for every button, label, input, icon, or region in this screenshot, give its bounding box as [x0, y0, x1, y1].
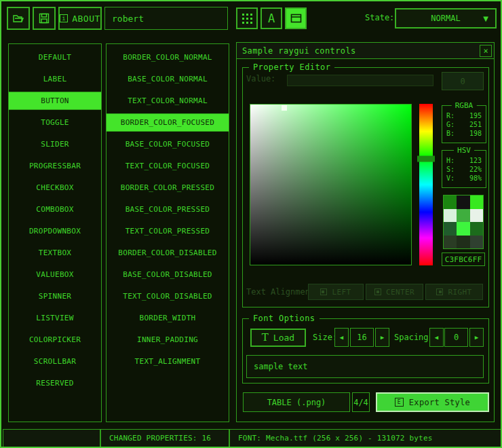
value-slider[interactable] [287, 75, 433, 86]
b-value: 198 [469, 130, 482, 137]
spacing-decrease-button[interactable]: ◀ [429, 328, 444, 347]
control-item-valuebox[interactable]: VALUEBOX [9, 265, 101, 284]
control-item-listview[interactable]: LISTVIEW [9, 309, 101, 327]
property-item-text-alignment[interactable]: TEXT_ALIGNMENT [107, 352, 229, 371]
spacing-label: Spacing: [394, 333, 433, 342]
statusbar-empty-cell [3, 429, 100, 447]
property-item-text-color-focused[interactable]: TEXT_COLOR_FOCUSED [107, 157, 229, 175]
control-item-textbox[interactable]: TEXTBOX [9, 244, 101, 262]
r-value: 195 [469, 112, 482, 119]
color-swatch[interactable] [457, 236, 469, 249]
about-button[interactable]: i ABOUT [58, 7, 102, 30]
sample-text-input[interactable]: sample text [246, 355, 484, 378]
color-swatch[interactable] [470, 236, 483, 249]
property-item-base-color-disabled[interactable]: BASE_COLOR_DISABLED [107, 265, 229, 284]
spacing-value-box[interactable]: 0 [444, 328, 468, 347]
color-swatch[interactable] [470, 222, 483, 236]
control-item-button[interactable]: BUTTON [9, 92, 101, 110]
color-swatch[interactable] [444, 222, 457, 236]
hue-slider-bar[interactable] [419, 104, 433, 265]
grid-icon [242, 14, 252, 24]
folder-open-icon [12, 12, 24, 24]
hsv-title: HSV [454, 146, 474, 155]
export-format-combobox[interactable]: TABLE (.png) [243, 392, 350, 412]
hex-color-input[interactable]: C3FBC6FF [442, 253, 485, 266]
property-item-border-color-focused[interactable]: BORDER_COLOR_FOCUSED [107, 113, 229, 132]
color-swatch[interactable] [444, 236, 457, 249]
window-view-toggle-button[interactable] [285, 7, 307, 29]
color-picker-cursor[interactable] [282, 105, 287, 111]
g-label: G: [446, 121, 455, 128]
control-item-slider[interactable]: SLIDER [9, 135, 101, 153]
hsv-values-box: HSV H: 123 S: 22% V: 98% [442, 150, 486, 188]
control-item-spinner[interactable]: SPINNER [9, 287, 101, 305]
arrow-right-icon: ▶ [381, 334, 384, 341]
property-item-text-color-normal[interactable]: TEXT_COLOR_NORMAL [107, 92, 229, 110]
color-swatch[interactable] [444, 195, 457, 209]
property-item-border-color-pressed[interactable]: BORDER_COLOR_PRESSED [107, 179, 229, 197]
control-item-colorpicker[interactable]: COLORPICKER [9, 331, 101, 349]
control-item-dropdownbox[interactable]: DROPDOWNBOX [9, 222, 101, 240]
color-swatch[interactable] [457, 195, 469, 209]
s-label: S: [446, 166, 455, 173]
style-name-input[interactable] [104, 7, 228, 30]
property-item-text-color-disabled[interactable]: TEXT_COLOR_DISABLED [107, 287, 229, 305]
window-title: Sample raygui controls [237, 46, 356, 56]
font-view-toggle-button[interactable]: A [260, 7, 282, 29]
align-right-button[interactable]: RIGHT [425, 284, 483, 300]
property-editor-group-label: Property Editor [249, 62, 334, 72]
chevron-down-icon: ▼ [483, 15, 488, 22]
font-a-icon: A [268, 12, 275, 25]
save-style-button[interactable] [33, 7, 56, 30]
control-item-default[interactable]: DEFAULT [9, 48, 101, 67]
color-swatch[interactable] [457, 222, 469, 236]
property-item-border-width[interactable]: BORDER_WIDTH [107, 309, 229, 327]
grid-view-toggle-button[interactable] [236, 7, 258, 29]
font-options-group-label: Font Options [249, 314, 320, 323]
control-item-scrollbar[interactable]: SCROLLBAR [9, 352, 101, 371]
color-swatch[interactable] [457, 209, 469, 223]
open-file-button[interactable] [7, 7, 30, 30]
size-increase-button[interactable]: ▶ [375, 328, 389, 347]
property-item-border-color-disabled[interactable]: BORDER_COLOR_DISABLED [107, 244, 229, 262]
info-icon: i [60, 14, 68, 22]
control-item-combobox[interactable]: COMBOBOX [9, 200, 101, 219]
window-titlebar[interactable]: Sample raygui controls [237, 43, 494, 59]
property-item-base-color-normal[interactable]: BASE_COLOR_NORMAL [107, 70, 229, 88]
color-swatch[interactable] [470, 195, 483, 209]
hue-slider-handle[interactable] [417, 155, 435, 162]
state-dropdown[interactable]: NORMAL ▼ [395, 8, 497, 29]
color-saturation-value-panel[interactable] [250, 104, 412, 265]
property-item-base-color-focused[interactable]: BASE_COLOR_FOCUSED [107, 135, 229, 153]
state-dropdown-value: NORMAL [431, 14, 460, 23]
size-value-box[interactable]: 16 [350, 328, 374, 347]
align-left-button[interactable]: LEFT [308, 284, 364, 300]
property-item-base-color-pressed[interactable]: BASE_COLOR_PRESSED [107, 200, 229, 219]
control-item-checkbox[interactable]: CHECKBOX [9, 179, 101, 197]
align-center-label: CENTER [386, 288, 414, 297]
control-item-progressbar[interactable]: PROGRESSBAR [9, 157, 101, 175]
property-item-border-color-normal[interactable]: BORDER_COLOR_NORMAL [107, 48, 229, 67]
v-label: V: [446, 174, 455, 182]
color-swatch[interactable] [444, 209, 457, 223]
value-number: 0 [460, 77, 465, 86]
control-item-reserved[interactable]: RESERVED [9, 374, 101, 392]
r-label: R: [446, 112, 455, 119]
export-style-button[interactable]: E Export Style [376, 392, 489, 412]
property-item-inner-padding[interactable]: INNER_PADDING [107, 331, 229, 349]
value-number-box[interactable]: 0 [442, 72, 484, 90]
spacing-increase-button[interactable]: ▶ [469, 328, 484, 347]
align-center-button[interactable]: CENTER [366, 284, 423, 300]
statusbar-changed-properties: CHANGED PROPERTIES: 16 [100, 429, 229, 447]
control-item-label[interactable]: LABEL [9, 70, 101, 88]
align-left-label: LEFT [332, 288, 351, 297]
export-format-pager[interactable]: 4/4 [352, 392, 370, 412]
size-decrease-button[interactable]: ◀ [334, 328, 349, 347]
load-font-button[interactable]: T Load [250, 329, 306, 347]
window-close-button[interactable]: × [480, 45, 492, 57]
export-file-icon: E [395, 398, 404, 407]
color-swatch[interactable] [470, 209, 483, 223]
control-item-toggle[interactable]: TOGGLE [9, 113, 101, 132]
rgba-title: RGBA [452, 101, 477, 110]
property-item-text-color-pressed[interactable]: TEXT_COLOR_PRESSED [107, 222, 229, 240]
